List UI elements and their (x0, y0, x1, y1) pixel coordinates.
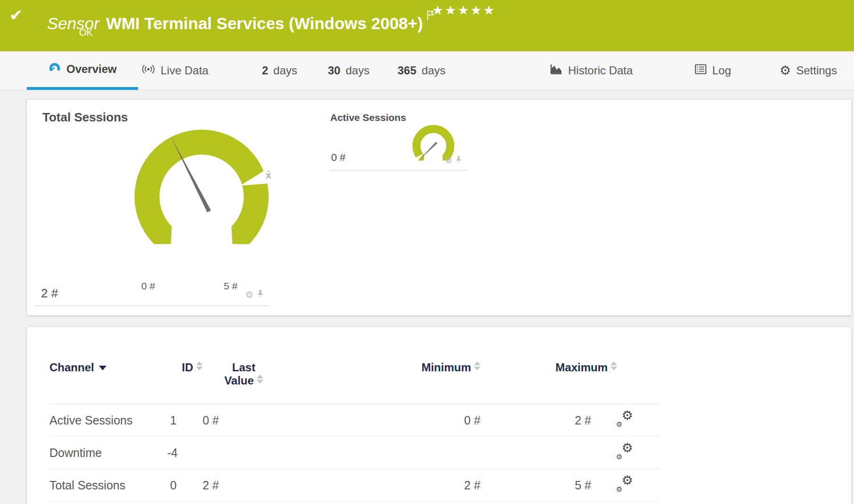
tab-overview-label: Overview (66, 63, 117, 76)
tab-overview[interactable]: Overview (27, 51, 138, 90)
table-row-downtime: Downtime -4 ⚙⚙ (49, 437, 659, 469)
tab-2-days-unit: days (273, 64, 297, 77)
sort-icon (474, 361, 480, 370)
gauge-settings-gear-icon[interactable]: ⚙ (245, 290, 253, 299)
status-badge: OK (79, 27, 93, 38)
sensor-tab-bar: Overview Live Data 2 days 30 days 365 da… (0, 51, 854, 90)
table-row-active-sessions: Active Sessions 1 0 # 0 # 2 # ⚙⚙ (49, 404, 659, 437)
channel-name[interactable]: Active Sessions (49, 414, 167, 427)
tab-live-data-label: Live Data (161, 64, 208, 77)
tab-2-days[interactable]: 2 days (262, 51, 297, 90)
channel-settings-gears-icon[interactable]: ⚙⚙ (617, 476, 633, 492)
tab-365-days-number: 365 (398, 64, 416, 77)
channel-table-panel: Channel ID LastValue Minimum Maximum Act… (27, 327, 851, 504)
page-title: WMI Terminal Services (Windows 2008+) (106, 14, 423, 32)
sort-icon (196, 361, 203, 370)
tab-settings-label: Settings (796, 64, 837, 77)
gauge-settings-gear-icon[interactable]: ⚙ (445, 157, 452, 165)
priority-stars[interactable]: ★★★★★ (432, 3, 496, 18)
channel-maximum: 5 # (480, 479, 617, 492)
gauge-title-total-sessions: Total Sessions (42, 110, 128, 125)
column-header-maximum[interactable]: Maximum (480, 361, 617, 374)
channel-name[interactable]: Downtime (49, 446, 167, 460)
channel-id: 0 (167, 479, 203, 492)
tab-30-days-number: 30 (328, 64, 341, 77)
tab-365-days[interactable]: 365 days (398, 51, 446, 90)
gauge-title-active-sessions: Active Sessions (330, 112, 406, 123)
sort-icon (610, 361, 617, 370)
sensor-status-header: ✔ SensorWMI Terminal Services (Windows 2… (0, 0, 854, 51)
gauge-tile-divider (330, 170, 467, 170)
sensor-title-row: SensorWMI Terminal Services (Windows 200… (47, 6, 435, 33)
total-gauge-tools: ⚙ (245, 290, 264, 300)
broadcast-icon (141, 64, 155, 78)
gauge-current-value: 0 # (331, 152, 346, 164)
tab-log-label: Log (712, 64, 731, 77)
channel-id: 1 (167, 414, 203, 427)
pin-icon[interactable] (257, 290, 264, 300)
channel-settings-gears-icon[interactable]: ⚙⚙ (617, 411, 633, 427)
channel-maximum: 2 # (480, 414, 617, 427)
tab-historic-data[interactable]: Historic Data (550, 51, 633, 90)
sort-icon (257, 375, 263, 384)
gauge-max-label: 5 # (224, 280, 237, 292)
prtg-sensor-page: ✔ SensorWMI Terminal Services (Windows 2… (0, 0, 854, 504)
channel-last-value: 2 # (203, 479, 285, 492)
column-header-minimum[interactable]: Minimum (285, 361, 480, 374)
tab-30-days[interactable]: 30 days (328, 51, 369, 90)
channel-name[interactable]: Total Sessions (49, 479, 167, 492)
tab-settings[interactable]: ⚙ Settings (780, 51, 837, 90)
overview-gauge-icon (48, 62, 61, 77)
tab-365-days-unit: days (422, 64, 446, 77)
channel-minimum: 0 # (285, 414, 480, 427)
gauge-current-value: 2 # (41, 286, 58, 301)
settings-gear-icon: ⚙ (780, 64, 791, 77)
tab-historic-data-label: Historic Data (568, 64, 633, 77)
area-chart-icon (550, 64, 563, 78)
column-header-channel[interactable]: Channel (49, 361, 167, 374)
channel-table: Channel ID LastValue Minimum Maximum Act… (49, 361, 659, 502)
column-header-last-value[interactable]: LastValue (203, 361, 285, 387)
total-sessions-gauge: x̄ (122, 117, 282, 277)
channel-settings-gears-icon[interactable]: ⚙⚙ (617, 443, 633, 459)
channel-table-header-row: Channel ID LastValue Minimum Maximum (49, 361, 659, 404)
overview-gauges-panel: Total Sessions x̄ 2 # 0 # 5 # ⚙ Active S… (27, 100, 851, 315)
gauge-min-label: 0 # (141, 280, 155, 292)
tab-live-data[interactable]: Live Data (141, 51, 208, 90)
sort-caret-down-icon (99, 366, 106, 370)
pin-icon[interactable] (455, 156, 462, 165)
tab-30-days-unit: days (346, 64, 370, 77)
table-row-total-sessions: Total Sessions 0 2 # 2 # 5 # ⚙⚙ (49, 469, 659, 502)
channel-id: -4 (167, 446, 203, 460)
gauge-average-marker-label: x̄ (266, 169, 271, 181)
gauge-tile-divider (35, 305, 268, 306)
tab-2-days-number: 2 (262, 64, 268, 77)
log-list-icon (695, 64, 707, 77)
channel-minimum: 2 # (285, 479, 480, 492)
column-header-id[interactable]: ID (167, 361, 203, 374)
channel-last-value: 0 # (203, 414, 285, 427)
active-gauge-tools: ⚙ (445, 156, 462, 165)
status-ok-check-icon: ✔ (9, 6, 23, 24)
tab-log[interactable]: Log (695, 51, 731, 90)
